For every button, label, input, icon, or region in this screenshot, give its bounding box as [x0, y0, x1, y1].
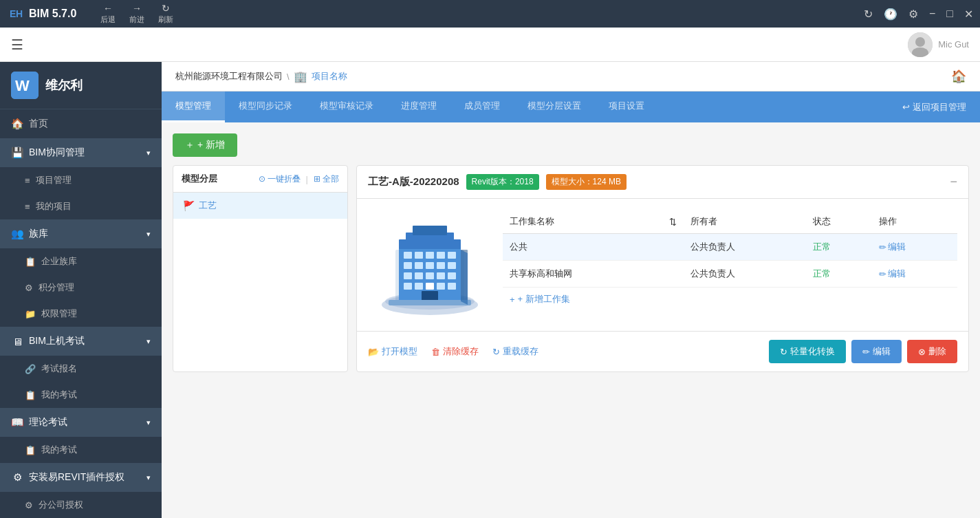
sidebar-item-install-revit[interactable]: ⚙ 安装易REVIT插件授权 ▾: [0, 463, 162, 492]
tab-model-sync[interactable]: 模型同步记录: [225, 91, 306, 122]
tab-project-settings[interactable]: 项目设置: [595, 91, 658, 122]
sidebar-item-my-exam[interactable]: 📋 我的考试: [0, 382, 162, 408]
sidebar-item-branch-auth[interactable]: ⚙ 分公司授权: [0, 492, 162, 518]
clear-icon: 🗑: [431, 347, 440, 357]
col-sort-icon[interactable]: ⇅: [662, 210, 684, 234]
col-status: 状态: [806, 210, 872, 234]
reload-cache-action[interactable]: ↻ 重载缓存: [492, 345, 538, 358]
user-name: Mic Gut: [938, 39, 969, 50]
sidebar-item-bim-exam[interactable]: 🖥 BIM上机考试 ▾: [0, 327, 162, 356]
edit-workset-link[interactable]: ✏ 编辑: [879, 241, 950, 253]
model-layout: 模型分层 ⊙ 一键折叠 | ⊞ 全部 🚩: [173, 165, 969, 372]
workset-status-cell: 正常: [806, 234, 872, 261]
home-icon[interactable]: 🏠: [951, 69, 966, 84]
pencil-icon: ✏: [879, 242, 886, 252]
svg-rect-15: [437, 252, 445, 259]
back-to-project-mgmt[interactable]: ↩ 返回项目管理: [889, 91, 980, 122]
fold-all-action[interactable]: ⊙ 一键折叠: [259, 173, 301, 185]
model-detail-body: 工作集名称 ⇅ 所有者 状态 操作: [357, 199, 968, 331]
workset-name-cell: 共享标高和轴网: [503, 261, 662, 288]
reload-icon: ↻: [492, 347, 500, 357]
brand-name: 维尔利: [45, 77, 83, 94]
sidebar-item-label: 族库: [29, 228, 48, 240]
workset-name-sort: [662, 234, 684, 261]
all-action[interactable]: ⊞ 全部: [314, 173, 339, 185]
tab-member-mgmt[interactable]: 成员管理: [450, 91, 514, 122]
sidebar-item-my-theory-exam[interactable]: 📋 我的考试: [0, 437, 162, 463]
grid-icon: ⊞: [314, 174, 320, 184]
svg-rect-17: [404, 262, 412, 269]
forward-button[interactable]: → 前进: [124, 1, 150, 26]
layer-item-gongyi[interactable]: 🚩 工艺: [173, 193, 347, 219]
light-convert-button[interactable]: ↻ 轻量化转换: [769, 340, 846, 363]
maximize-button[interactable]: □: [946, 8, 953, 20]
sidebar-item-exam-register[interactable]: 🔗 考试报名: [0, 356, 162, 382]
col-operation: 操作: [872, 210, 957, 234]
workset-name-cell: 公共: [503, 234, 662, 261]
menu-icon: ≡: [25, 175, 30, 186]
svg-text:W: W: [15, 77, 30, 94]
plus-icon: ＋: [185, 139, 195, 151]
clock-icon[interactable]: 🕐: [884, 8, 897, 21]
convert-icon: ↻: [780, 347, 787, 357]
back-button[interactable]: ← 后退: [95, 1, 121, 26]
sidebar-item-auth-mgmt[interactable]: 📁 权限管理: [0, 301, 162, 327]
plus-icon: +: [510, 294, 515, 305]
tab-model-layer-settings[interactable]: 模型分层设置: [514, 91, 595, 122]
svg-rect-29: [426, 283, 434, 290]
breadcrumb-project[interactable]: 项目名称: [312, 70, 347, 83]
sidebar-item-my-project[interactable]: ≡ 我的项目: [0, 193, 162, 219]
layer-label: 工艺: [199, 199, 217, 212]
hamburger-menu[interactable]: ☰: [11, 36, 23, 53]
edit-icon: ✏: [862, 347, 870, 357]
table-row: 公共 公共负责人 正常 ✏ 编辑: [503, 234, 957, 261]
add-button[interactable]: ＋ + 新增: [173, 133, 237, 157]
svg-rect-25: [437, 272, 445, 279]
sidebar-item-project-mgmt[interactable]: ≡ 项目管理: [0, 167, 162, 193]
minimize-icon[interactable]: −: [950, 175, 957, 189]
footer-buttons: ↻ 轻量化转换 ✏ 编辑 ⊗ 删除: [769, 340, 957, 363]
close-button[interactable]: ✕: [964, 8, 973, 21]
clear-cache-action[interactable]: 🗑 清除缓存: [431, 345, 479, 358]
page-content: ＋ + 新增 模型分层 ⊙ 一键折叠 |: [162, 122, 980, 383]
model-footer: 📂 打开模型 🗑 清除缓存 ↻ 重载缓存: [357, 331, 968, 371]
refresh-button[interactable]: ↻ 刷新: [153, 1, 179, 26]
sidebar-item-label: 积分管理: [39, 281, 74, 294]
folder-icon: 📁: [25, 309, 36, 319]
flag-icon: 🚩: [183, 200, 195, 211]
sidebar-item-label: BIM协同管理: [29, 147, 85, 159]
brand-logo: W: [11, 72, 39, 99]
workset-edit-cell: ✏ 编辑: [872, 234, 957, 261]
workset-name-sort2: [662, 261, 684, 288]
settings-icon[interactable]: ⚙: [908, 8, 918, 21]
tab-model-mgmt[interactable]: 模型管理: [162, 91, 225, 122]
sidebar-item-enterprise-family[interactable]: 📋 企业族库: [0, 248, 162, 274]
sidebar-item-theory-exam[interactable]: 📖 理论考试 ▾: [0, 408, 162, 437]
sidebar-item-label: 我的考试: [41, 389, 77, 401]
tab-progress-mgmt[interactable]: 进度管理: [387, 91, 450, 122]
sidebar-item-home[interactable]: 🏠 首页: [0, 109, 162, 138]
edit-button[interactable]: ✏ 编辑: [851, 340, 902, 363]
sidebar-item-bim-collab[interactable]: 💾 BIM协同管理 ▾: [0, 138, 162, 167]
sync-icon[interactable]: ↻: [864, 8, 873, 21]
sidebar-item-family-lib[interactable]: 👥 族库 ▾: [0, 219, 162, 248]
svg-rect-34: [413, 226, 447, 235]
tab-model-review[interactable]: 模型审核记录: [306, 91, 387, 122]
sidebar-item-points-mgmt[interactable]: ⚙ 积分管理: [0, 274, 162, 301]
svg-point-4: [915, 37, 925, 47]
fold-icon: ⊙: [259, 174, 265, 184]
svg-rect-31: [448, 283, 456, 290]
workset-owner-cell: 公共负责人: [684, 234, 806, 261]
breadcrumb-company: 杭州能源环境工程有限公司: [175, 70, 283, 83]
minimize-button[interactable]: −: [929, 8, 935, 20]
open-model-action[interactable]: 📂 打开模型: [368, 345, 417, 358]
chevron-down-icon: ▾: [146, 230, 151, 239]
model-title: 工艺-A版-20220208: [368, 175, 459, 188]
add-workset-button[interactable]: + + 新增工作集: [503, 288, 957, 311]
delete-button[interactable]: ⊗ 删除: [907, 340, 957, 363]
sidebar-item-label: 我的考试: [41, 444, 77, 456]
edit-workset-link-2[interactable]: ✏ 编辑: [879, 268, 950, 280]
svg-rect-26: [448, 272, 456, 279]
chevron-down-icon: ▾: [146, 149, 151, 158]
sidebar-item-label: 企业族库: [41, 255, 77, 268]
